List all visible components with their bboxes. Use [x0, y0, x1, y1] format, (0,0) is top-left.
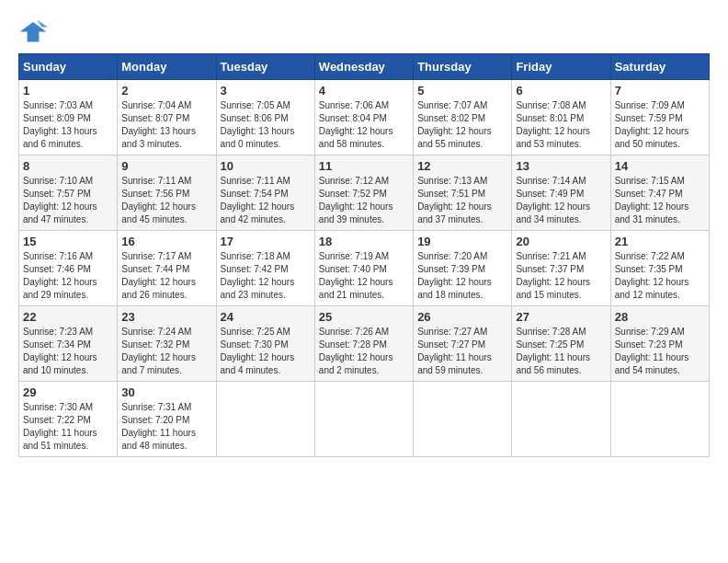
day-info: Sunrise: 7:24 AM Sunset: 7:32 PM Dayligh…	[121, 326, 211, 377]
day-number: 8	[23, 159, 113, 173]
calendar-cell: 20Sunrise: 7:21 AM Sunset: 7:37 PM Dayli…	[512, 231, 610, 306]
calendar-cell: 7Sunrise: 7:09 AM Sunset: 7:59 PM Daylig…	[610, 80, 709, 155]
day-info: Sunrise: 7:25 AM Sunset: 7:30 PM Dayligh…	[221, 326, 311, 377]
calendar-cell: 19Sunrise: 7:20 AM Sunset: 7:39 PM Dayli…	[414, 231, 512, 306]
calendar-cell: 10Sunrise: 7:11 AM Sunset: 7:54 PM Dayli…	[216, 155, 314, 231]
day-number: 28	[615, 310, 705, 324]
day-info: Sunrise: 7:17 AM Sunset: 7:44 PM Dayligh…	[121, 250, 211, 302]
calendar-cell: 18Sunrise: 7:19 AM Sunset: 7:40 PM Dayli…	[314, 231, 413, 306]
day-number: 24	[221, 310, 311, 324]
day-number: 20	[516, 235, 606, 248]
calendar-cell: 14Sunrise: 7:15 AM Sunset: 7:47 PM Dayli…	[610, 155, 709, 231]
day-info: Sunrise: 7:14 AM Sunset: 7:49 PM Dayligh…	[516, 175, 606, 226]
day-number: 25	[319, 310, 409, 324]
day-info: Sunrise: 7:16 AM Sunset: 7:46 PM Dayligh…	[23, 250, 113, 302]
day-number: 14	[615, 159, 705, 173]
day-info: Sunrise: 7:31 AM Sunset: 7:20 PM Dayligh…	[121, 401, 211, 453]
calendar-cell: 21Sunrise: 7:22 AM Sunset: 7:35 PM Dayli…	[610, 231, 709, 306]
calendar-week-row: 1Sunrise: 7:03 AM Sunset: 8:09 PM Daylig…	[19, 80, 710, 155]
day-info: Sunrise: 7:19 AM Sunset: 7:40 PM Dayligh…	[319, 250, 409, 302]
calendar-cell: 29Sunrise: 7:30 AM Sunset: 7:22 PM Dayli…	[19, 382, 118, 457]
day-number: 6	[516, 84, 606, 98]
day-number: 15	[23, 235, 113, 248]
day-number: 1	[23, 84, 113, 98]
calendar-table: SundayMondayTuesdayWednesdayThursdayFrid…	[18, 53, 710, 457]
calendar-cell	[314, 382, 413, 457]
calendar-cell: 8Sunrise: 7:10 AM Sunset: 7:57 PM Daylig…	[19, 155, 118, 231]
day-number: 27	[516, 310, 606, 324]
calendar-cell: 5Sunrise: 7:07 AM Sunset: 8:02 PM Daylig…	[414, 80, 512, 155]
calendar-cell: 15Sunrise: 7:16 AM Sunset: 7:46 PM Dayli…	[19, 231, 118, 306]
day-number: 21	[615, 235, 705, 248]
day-info: Sunrise: 7:15 AM Sunset: 7:47 PM Dayligh…	[615, 175, 705, 226]
logo-icon	[18, 18, 48, 44]
day-number: 9	[121, 159, 211, 173]
weekday-header: Monday	[118, 54, 216, 80]
calendar-cell: 13Sunrise: 7:14 AM Sunset: 7:49 PM Dayli…	[512, 155, 610, 231]
calendar-cell: 24Sunrise: 7:25 AM Sunset: 7:30 PM Dayli…	[216, 306, 314, 382]
day-number: 18	[319, 235, 409, 248]
calendar-cell: 16Sunrise: 7:17 AM Sunset: 7:44 PM Dayli…	[118, 231, 216, 306]
weekday-header: Tuesday	[216, 54, 314, 80]
calendar-cell	[610, 382, 709, 457]
weekday-header: Thursday	[414, 54, 512, 80]
calendar-cell	[414, 382, 512, 457]
day-info: Sunrise: 7:27 AM Sunset: 7:27 PM Dayligh…	[417, 326, 507, 377]
day-info: Sunrise: 7:11 AM Sunset: 7:54 PM Dayligh…	[221, 175, 311, 226]
weekday-header: Wednesday	[314, 54, 413, 80]
day-info: Sunrise: 7:23 AM Sunset: 7:34 PM Dayligh…	[23, 326, 113, 377]
day-info: Sunrise: 7:20 AM Sunset: 7:39 PM Dayligh…	[417, 250, 507, 302]
calendar-cell: 4Sunrise: 7:06 AM Sunset: 8:04 PM Daylig…	[314, 80, 413, 155]
day-info: Sunrise: 7:22 AM Sunset: 7:35 PM Dayligh…	[615, 250, 705, 302]
day-number: 10	[221, 159, 311, 173]
day-info: Sunrise: 7:28 AM Sunset: 7:25 PM Dayligh…	[516, 326, 606, 377]
day-info: Sunrise: 7:30 AM Sunset: 7:22 PM Dayligh…	[23, 401, 113, 453]
calendar-cell: 17Sunrise: 7:18 AM Sunset: 7:42 PM Dayli…	[216, 231, 314, 306]
weekday-header: Sunday	[19, 54, 118, 80]
calendar-cell: 1Sunrise: 7:03 AM Sunset: 8:09 PM Daylig…	[19, 80, 118, 155]
calendar-cell: 6Sunrise: 7:08 AM Sunset: 8:01 PM Daylig…	[512, 80, 610, 155]
day-info: Sunrise: 7:10 AM Sunset: 7:57 PM Dayligh…	[23, 175, 113, 226]
day-info: Sunrise: 7:04 AM Sunset: 8:07 PM Dayligh…	[121, 99, 211, 151]
calendar-cell: 2Sunrise: 7:04 AM Sunset: 8:07 PM Daylig…	[118, 80, 216, 155]
calendar-header: SundayMondayTuesdayWednesdayThursdayFrid…	[19, 54, 710, 80]
calendar-cell: 25Sunrise: 7:26 AM Sunset: 7:28 PM Dayli…	[314, 306, 413, 382]
header-row: SundayMondayTuesdayWednesdayThursdayFrid…	[19, 54, 710, 80]
page-header	[18, 18, 710, 44]
calendar-cell: 11Sunrise: 7:12 AM Sunset: 7:52 PM Dayli…	[314, 155, 413, 231]
day-info: Sunrise: 7:12 AM Sunset: 7:52 PM Dayligh…	[319, 175, 409, 226]
calendar-cell: 22Sunrise: 7:23 AM Sunset: 7:34 PM Dayli…	[19, 306, 118, 382]
calendar-cell	[216, 382, 314, 457]
calendar-cell	[512, 382, 610, 457]
calendar-cell: 3Sunrise: 7:05 AM Sunset: 8:06 PM Daylig…	[216, 80, 314, 155]
day-number: 3	[221, 84, 311, 98]
weekday-header: Friday	[512, 54, 610, 80]
calendar-body: 1Sunrise: 7:03 AM Sunset: 8:09 PM Daylig…	[19, 80, 710, 457]
day-number: 22	[23, 310, 113, 324]
calendar-cell: 12Sunrise: 7:13 AM Sunset: 7:51 PM Dayli…	[414, 155, 512, 231]
day-info: Sunrise: 7:29 AM Sunset: 7:23 PM Dayligh…	[615, 326, 705, 377]
day-info: Sunrise: 7:09 AM Sunset: 7:59 PM Dayligh…	[615, 99, 705, 151]
day-number: 26	[417, 310, 507, 324]
calendar-week-row: 29Sunrise: 7:30 AM Sunset: 7:22 PM Dayli…	[19, 382, 710, 457]
day-number: 16	[121, 235, 211, 248]
day-info: Sunrise: 7:13 AM Sunset: 7:51 PM Dayligh…	[417, 175, 507, 226]
day-number: 12	[417, 159, 507, 173]
day-number: 7	[615, 84, 705, 98]
day-number: 2	[121, 84, 211, 98]
day-number: 4	[319, 84, 409, 98]
weekday-header: Saturday	[610, 54, 709, 80]
day-info: Sunrise: 7:18 AM Sunset: 7:42 PM Dayligh…	[221, 250, 311, 302]
calendar-cell: 9Sunrise: 7:11 AM Sunset: 7:56 PM Daylig…	[118, 155, 216, 231]
day-number: 13	[516, 159, 606, 173]
day-info: Sunrise: 7:08 AM Sunset: 8:01 PM Dayligh…	[516, 99, 606, 151]
day-info: Sunrise: 7:11 AM Sunset: 7:56 PM Dayligh…	[121, 175, 211, 226]
logo	[18, 18, 51, 44]
day-number: 30	[121, 385, 211, 399]
calendar-week-row: 15Sunrise: 7:16 AM Sunset: 7:46 PM Dayli…	[19, 231, 710, 306]
day-info: Sunrise: 7:21 AM Sunset: 7:37 PM Dayligh…	[516, 250, 606, 302]
calendar-week-row: 22Sunrise: 7:23 AM Sunset: 7:34 PM Dayli…	[19, 306, 710, 382]
day-info: Sunrise: 7:05 AM Sunset: 8:06 PM Dayligh…	[221, 99, 311, 151]
calendar-cell: 27Sunrise: 7:28 AM Sunset: 7:25 PM Dayli…	[512, 306, 610, 382]
day-info: Sunrise: 7:06 AM Sunset: 8:04 PM Dayligh…	[319, 99, 409, 151]
